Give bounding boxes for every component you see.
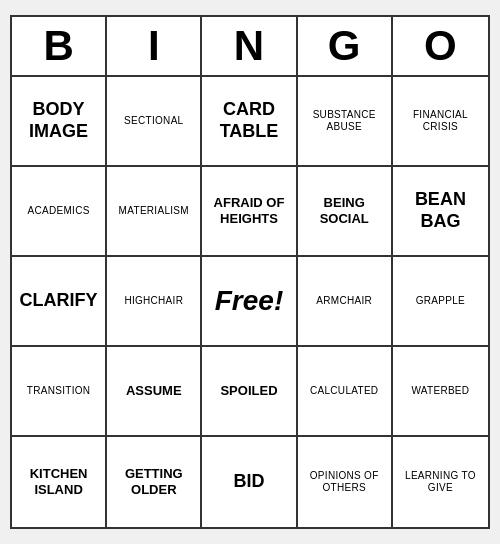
bingo-header: BINGO [12, 17, 488, 77]
cell-label: OPINIONS OF OTHERS [302, 470, 387, 494]
cell-label: GRAPPLE [416, 295, 465, 307]
cell-label: BEAN BAG [397, 189, 484, 232]
bingo-cell: ASSUME [107, 347, 202, 437]
bingo-cell: GETTING OLDER [107, 437, 202, 527]
cell-label: SECTIONAL [124, 115, 183, 127]
cell-label: CLARIFY [20, 290, 98, 312]
cell-label: SPOILED [220, 383, 277, 399]
bingo-cell: WATERBED [393, 347, 488, 437]
cell-label: FINANCIAL CRISIS [397, 109, 484, 133]
header-letter: N [202, 17, 297, 75]
bingo-cell: SUBSTANCE ABUSE [298, 77, 393, 167]
cell-label: MATERIALISM [119, 205, 189, 217]
bingo-cell: HIGHCHAIR [107, 257, 202, 347]
bingo-cell: OPINIONS OF OTHERS [298, 437, 393, 527]
bingo-cell: ACADEMICS [12, 167, 107, 257]
cell-label: WATERBED [411, 385, 469, 397]
bingo-cell: BEING SOCIAL [298, 167, 393, 257]
bingo-cell: GRAPPLE [393, 257, 488, 347]
header-letter: O [393, 17, 488, 75]
bingo-grid: BODY IMAGESECTIONALCARD TABLESUBSTANCE A… [12, 77, 488, 527]
bingo-cell: CARD TABLE [202, 77, 297, 167]
bingo-cell: FINANCIAL CRISIS [393, 77, 488, 167]
bingo-cell: BID [202, 437, 297, 527]
header-letter: I [107, 17, 202, 75]
cell-label: KITCHEN ISLAND [16, 466, 101, 497]
bingo-cell: CALCULATED [298, 347, 393, 437]
bingo-cell: Free! [202, 257, 297, 347]
cell-label: SUBSTANCE ABUSE [302, 109, 387, 133]
header-letter: G [298, 17, 393, 75]
cell-label: TRANSITION [27, 385, 91, 397]
cell-label: CARD TABLE [206, 99, 291, 142]
bingo-cell: SECTIONAL [107, 77, 202, 167]
cell-label: BID [233, 471, 264, 493]
cell-label: BODY IMAGE [16, 99, 101, 142]
cell-label: GETTING OLDER [111, 466, 196, 497]
cell-label: BEING SOCIAL [302, 195, 387, 226]
bingo-cell: ARMCHAIR [298, 257, 393, 347]
header-letter: B [12, 17, 107, 75]
cell-label: LEARNING TO GIVE [397, 470, 484, 494]
cell-label: Free! [215, 284, 283, 318]
bingo-cell: TRANSITION [12, 347, 107, 437]
cell-label: CALCULATED [310, 385, 378, 397]
bingo-cell: BEAN BAG [393, 167, 488, 257]
bingo-cell: BODY IMAGE [12, 77, 107, 167]
cell-label: ASSUME [126, 383, 182, 399]
bingo-cell: SPOILED [202, 347, 297, 437]
cell-label: HIGHCHAIR [124, 295, 183, 307]
cell-label: ACADEMICS [28, 205, 90, 217]
cell-label: ARMCHAIR [316, 295, 372, 307]
bingo-cell: LEARNING TO GIVE [393, 437, 488, 527]
bingo-cell: MATERIALISM [107, 167, 202, 257]
bingo-cell: AFRAID OF HEIGHTS [202, 167, 297, 257]
cell-label: AFRAID OF HEIGHTS [206, 195, 291, 226]
bingo-cell: CLARIFY [12, 257, 107, 347]
bingo-cell: KITCHEN ISLAND [12, 437, 107, 527]
bingo-card: BINGO BODY IMAGESECTIONALCARD TABLESUBST… [10, 15, 490, 529]
